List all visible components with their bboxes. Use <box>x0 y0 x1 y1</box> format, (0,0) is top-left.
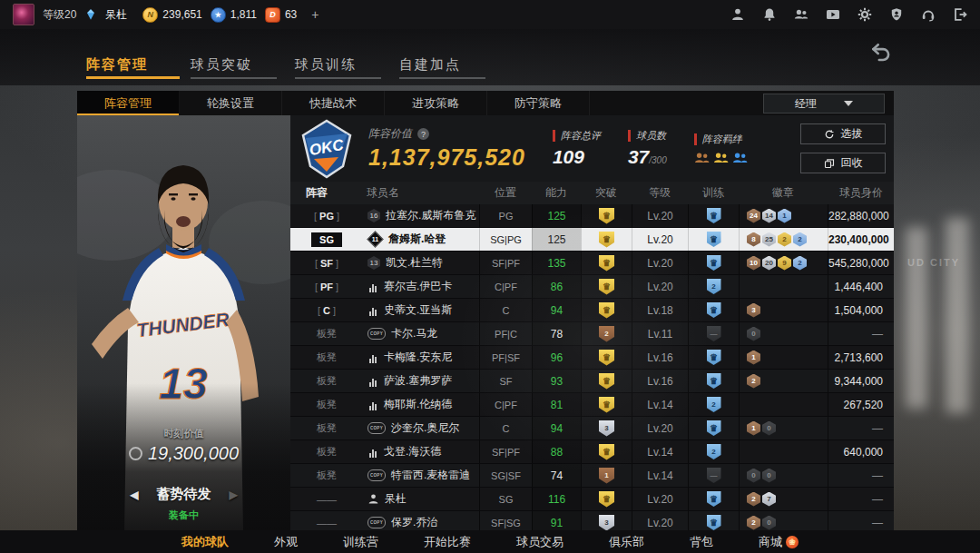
recycle-button[interactable]: 回收 <box>800 153 886 173</box>
table-row[interactable]: 板凳萨波.塞弗罗萨SF93♛Lv.16♛29,344,000 <box>290 370 894 393</box>
video-icon[interactable] <box>826 7 840 22</box>
table-row[interactable]: [PF]赛尔吉.伊巴卡C|PF86♛Lv.2021,446,400 <box>290 275 894 299</box>
breakthrough-cell: ♛ <box>581 488 632 510</box>
player-name-cell: COPY沙奎尔.奥尼尔 <box>363 417 479 439</box>
main-tab-3[interactable]: 球员训练 <box>295 44 399 85</box>
bottom-nav-8[interactable]: 商城❀ <box>759 534 799 550</box>
stat-bars-icon <box>368 447 378 458</box>
breakthrough-cell: ♛ <box>581 204 632 227</box>
training-shield-icon: ♛ <box>707 373 721 389</box>
stat-bars-icon <box>368 305 378 316</box>
bottom-nav-3[interactable]: 训练营 <box>343 534 378 550</box>
game-screen: UD CITY 等级20 呆杜 N239,651★1,811D63 + 阵容管理… <box>0 0 980 553</box>
price-cell: 1,504,000 <box>828 299 894 321</box>
player-name: 史蒂文.亚当斯 <box>384 302 452 318</box>
badge-hex-blue: 1 <box>778 209 791 223</box>
security-icon[interactable] <box>889 7 904 22</box>
moment-prev-arrow[interactable]: ◀ <box>130 489 138 501</box>
bottom-nav-4[interactable]: 开始比赛 <box>424 534 471 550</box>
badge-hex-gray: 0 <box>762 516 776 530</box>
avatar[interactable] <box>13 4 34 25</box>
table-row[interactable]: ——COPY保罗.乔治SF|SG913Lv.20♛20— <box>290 511 894 531</box>
player-name-cell: COPY特雷西.麦格雷迪 <box>363 464 479 487</box>
gear-icon[interactable] <box>858 7 872 22</box>
headset-icon[interactable] <box>921 7 936 22</box>
price-cell: 9,344,000 <box>828 370 894 392</box>
table-row[interactable]: 板凳梅耶斯.伦纳德C|PF81♛Lv.142267,520 <box>290 393 894 417</box>
slot-label: 板凳 <box>317 445 337 459</box>
table-row[interactable]: SG11詹姆斯.哈登SG|PG125♛Lv.20♛82522230,400,00… <box>290 228 894 252</box>
sub-tab-1[interactable]: 阵容管理 <box>77 91 180 115</box>
sub-tab-5[interactable]: 防守策略 <box>487 91 590 115</box>
price-cell: — <box>828 322 894 345</box>
bottom-nav-5[interactable]: 球员交易 <box>516 534 564 550</box>
badge-hex-blue: 2 <box>793 256 807 271</box>
price-cell: — <box>828 464 894 487</box>
undo-button[interactable] <box>869 42 893 62</box>
content-panel: 阵容管理轮换设置快捷战术进攻策略防守策略 经理 <box>77 91 894 531</box>
badges-cell: 27 <box>739 488 828 510</box>
help-icon[interactable]: ? <box>417 128 429 140</box>
table-row[interactable]: ——呆杜SG116♛Lv.20♛27— <box>290 488 894 511</box>
bottom-nav-6[interactable]: 俱乐部 <box>609 534 644 550</box>
moment-next-arrow[interactable]: ▶ <box>230 489 238 501</box>
slot-cell: 板凳 <box>290 370 363 392</box>
badge-hex-silver: 7 <box>762 492 776 507</box>
table-row[interactable]: 板凳卡梅隆.安东尼PF|SF96♛Lv.16♛12,713,600 <box>290 346 894 370</box>
select-button[interactable]: 选拔 <box>800 123 886 144</box>
bottom-nav-1[interactable]: 我的球队 <box>181 534 229 550</box>
sub-tab-3[interactable]: 快捷战术 <box>282 91 385 115</box>
diamond-d[interactable]: D63 <box>265 7 297 23</box>
sub-tabs: 阵容管理轮换设置快捷战术进攻策略防守策略 <box>77 91 590 115</box>
training-cell: ♛ <box>688 228 739 251</box>
training-shield-icon: 2 <box>707 444 721 459</box>
bracket-left: [ <box>314 211 317 222</box>
price-cell: 545,280,000 <box>828 252 894 274</box>
bottom-nav-7[interactable]: 背包 <box>690 534 713 550</box>
level-cell: Lv.20 <box>632 228 688 251</box>
table-row[interactable]: 板凳戈登.海沃德SF|PF88♛Lv.142640,000 <box>290 440 894 464</box>
main-tab-1[interactable]: 阵容管理 <box>86 44 191 85</box>
level-cell: Lv.16 <box>632 370 688 392</box>
ability-cell: 125 <box>532 204 581 227</box>
player-name-cell: 呆杜 <box>363 488 479 510</box>
slot-label: PG <box>319 211 334 222</box>
bottom-nav-label: 开始比赛 <box>424 534 471 550</box>
gold-coin[interactable]: N239,651 <box>142 7 201 23</box>
exit-icon[interactable] <box>953 7 967 22</box>
equipped-status: 装备中 <box>77 509 290 522</box>
price-cell: — <box>828 488 894 510</box>
position-cell: SG|SF <box>479 464 532 487</box>
bracket-right: ] <box>333 305 336 316</box>
table-row[interactable]: 板凳COPY特雷西.麦格雷迪SG|SF741Lv.14—00— <box>290 464 894 488</box>
table-row[interactable]: [C]史蒂文.亚当斯C94♛Lv.18♛31,504,000 <box>290 299 894 322</box>
breakthrough-shield-icon: ♛ <box>599 302 614 319</box>
friends-icon[interactable] <box>794 7 808 22</box>
manager-dropdown[interactable]: 经理 <box>763 94 885 114</box>
add-currency-button[interactable]: + <box>311 7 318 22</box>
profile-icon[interactable] <box>730 7 745 22</box>
breakthrough-cell: ♛ <box>581 370 632 392</box>
table-row[interactable]: [SF]13凯文.杜兰特SF|PF135♛Lv.20♛102092545,280… <box>290 252 894 275</box>
sub-tab-2[interactable]: 轮换设置 <box>180 91 282 115</box>
player-name: 沙奎尔.奥尼尔 <box>391 420 459 436</box>
badge-hex-bronze: 2 <box>747 516 760 530</box>
main-tab-2[interactable]: 球员突破 <box>191 44 295 85</box>
table-row[interactable]: 板凳COPY沙奎尔.奥尼尔C943Lv.20♛10— <box>290 417 894 440</box>
copy-icon <box>824 158 835 169</box>
star-points[interactable]: ★1,811 <box>211 7 257 23</box>
table-row[interactable]: 板凳COPY卡尔.马龙PF|C782Lv.11—0— <box>290 322 894 346</box>
slot-label: 板凳 <box>317 374 337 388</box>
stat-bars-icon <box>368 376 378 387</box>
column-header-7: 训练 <box>688 185 739 201</box>
bracket-left: [ <box>315 258 318 269</box>
team-logo: OKC <box>296 118 358 180</box>
badges-cell: 0 <box>739 322 828 345</box>
bell-icon[interactable] <box>762 7 777 22</box>
table-row[interactable]: [PG]16拉塞尔.威斯布鲁克PG125♛Lv.20♛24141282,880,… <box>290 204 894 228</box>
player-name-cell: 赛尔吉.伊巴卡 <box>363 275 479 298</box>
main-tab-4[interactable]: 自建加点 <box>399 44 504 85</box>
bottom-nav-2[interactable]: 外观 <box>274 534 298 550</box>
level-cell: Lv.16 <box>632 346 688 369</box>
sub-tab-4[interactable]: 进攻策略 <box>385 91 487 115</box>
